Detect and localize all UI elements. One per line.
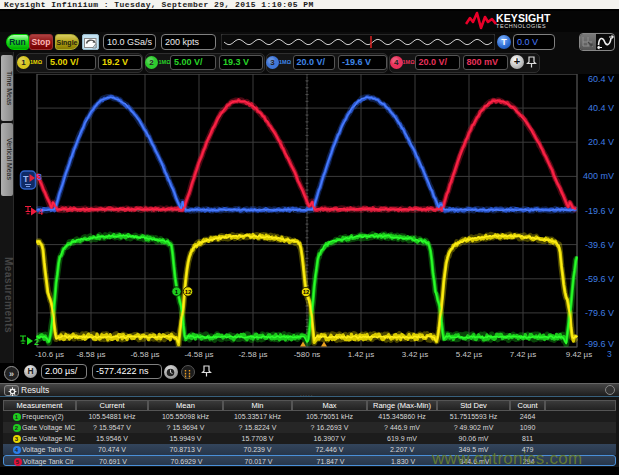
svg-text:-6.58 µs: -6.58 µs: [130, 350, 159, 359]
svg-text:12: 12: [303, 289, 310, 295]
svg-text:9.42 µs: 9.42 µs: [566, 350, 592, 359]
svg-text:40.4 V: 40.4 V: [588, 103, 614, 113]
svg-text:-59.6 V: -59.6 V: [585, 274, 614, 284]
svg-text:7.42 µs: 7.42 µs: [510, 350, 536, 359]
svg-text:-10.6 µs: -10.6 µs: [35, 350, 64, 359]
svg-text:3: 3: [37, 172, 42, 182]
svg-text:-19.6 V: -19.6 V: [585, 206, 614, 216]
svg-text:4: 4: [38, 207, 43, 217]
svg-text:5.42 µs: 5.42 µs: [456, 350, 482, 359]
svg-text:3: 3: [607, 349, 612, 359]
svg-text:400 mV: 400 mV: [583, 171, 614, 181]
svg-text:-4.58 µs: -4.58 µs: [184, 350, 213, 359]
svg-text:1.42 µs: 1.42 µs: [348, 350, 374, 359]
svg-text:-39.6 V: -39.6 V: [585, 240, 614, 250]
svg-text:12: 12: [185, 289, 192, 295]
svg-text:2: 2: [34, 337, 39, 347]
svg-text:-99.6 V: -99.6 V: [585, 339, 614, 349]
svg-text:20.4 V: 20.4 V: [588, 137, 614, 147]
svg-text:-2.58 µs: -2.58 µs: [238, 350, 267, 359]
svg-text:3.42 µs: 3.42 µs: [402, 350, 428, 359]
svg-text:60.4 V: 60.4 V: [588, 74, 614, 84]
svg-text:-79.6 V: -79.6 V: [585, 308, 614, 318]
svg-text:-580 ns: -580 ns: [294, 350, 321, 359]
svg-text:T: T: [23, 174, 29, 184]
svg-text:-8.58 µs: -8.58 µs: [76, 350, 105, 359]
